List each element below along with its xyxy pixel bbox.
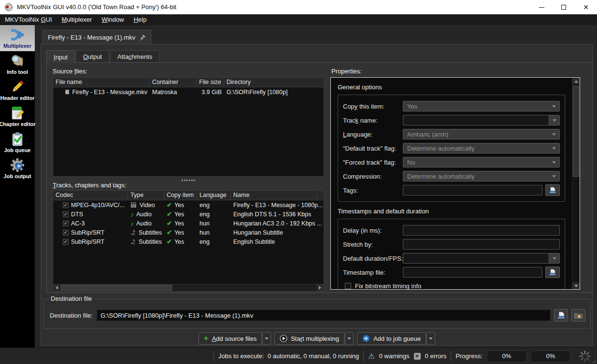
- chevron-down-icon: [552, 161, 556, 164]
- tab-attachments[interactable]: Attachments: [110, 50, 159, 63]
- pencil-icon: [10, 79, 25, 95]
- scroll-down-button[interactable]: [572, 282, 580, 289]
- column-codec[interactable]: Codec: [53, 191, 128, 200]
- tab-output[interactable]: Output: [76, 50, 109, 63]
- chevron-up-icon: [574, 80, 578, 83]
- checkbox-checked-icon[interactable]: ✓: [63, 221, 69, 226]
- menu-bar: MKVToolNix GUI Multiplexer Window Help: [0, 14, 597, 25]
- default-track-flag-select[interactable]: Determine automatically: [403, 143, 560, 154]
- destination-browse-button[interactable]: [554, 309, 568, 322]
- column-directory[interactable]: Directory: [224, 78, 324, 87]
- browse-file-icon: [549, 269, 556, 276]
- mkvtoolnix-window: MKVToolNix GUI v40.0.0 ('Old Town Road +…: [0, 0, 597, 364]
- source-files-label: Source files:: [53, 68, 87, 75]
- sidebar-item-multiplexer[interactable]: Multiplexer: [0, 25, 35, 51]
- add-to-job-queue-dropdown[interactable]: [426, 332, 435, 345]
- copy-this-item-select[interactable]: Yes: [403, 101, 560, 112]
- progress-bar-current: 0%: [487, 350, 526, 362]
- pushpin-icon[interactable]: [139, 34, 146, 41]
- menu-mkvtoolnix-gui[interactable]: MKVToolNix GUI: [0, 14, 57, 25]
- checkbox-checked-icon[interactable]: ✓: [63, 230, 69, 236]
- resize-grip[interactable]: [591, 358, 596, 363]
- properties-vertical-scrollbar[interactable]: [572, 78, 580, 289]
- default-duration-combo[interactable]: [403, 253, 560, 264]
- default-track-flag-label: "Default track" flag:: [343, 145, 403, 152]
- timestamp-file-input[interactable]: [403, 267, 542, 278]
- add-source-files-button[interactable]: + Add source files: [199, 332, 262, 345]
- destination-folder-button[interactable]: ★: [571, 309, 585, 322]
- tags-browse-button[interactable]: [545, 184, 560, 196]
- stretch-by-input[interactable]: [403, 239, 560, 250]
- menu-window[interactable]: Window: [97, 14, 128, 25]
- column-container[interactable]: Container: [150, 78, 197, 87]
- sidebar-item-info-tool[interactable]: Info tool: [0, 51, 35, 77]
- forced-track-flag-select[interactable]: No: [403, 157, 560, 168]
- column-file-size[interactable]: File size: [197, 78, 224, 87]
- start-multiplexing-dropdown[interactable]: [345, 332, 354, 345]
- destination-file-input[interactable]: [97, 309, 551, 321]
- timestamp-file-browse-button[interactable]: [545, 266, 560, 278]
- track-row-video[interactable]: ✓MPEG-4p10/AVC/... 24 Video ✔Yes eng Fir…: [53, 200, 324, 210]
- add-to-job-queue-button[interactable]: Add to job queue: [357, 332, 426, 345]
- minimize-button[interactable]: [530, 0, 553, 14]
- language-select[interactable]: Amharic (amh): [403, 129, 560, 140]
- chevron-down-icon: [552, 175, 556, 178]
- source-files-table[interactable]: File name Container File size Directory …: [53, 77, 324, 177]
- chevron-down-icon: [347, 337, 351, 340]
- browse-file-icon: [549, 187, 556, 194]
- timestamp-file-label: Timestamp file:: [343, 269, 403, 276]
- tab-input[interactable]: Input: [46, 50, 75, 63]
- source-file-row[interactable]: Firefly - E13 - Message.mkv Matroska 3.9…: [53, 87, 324, 97]
- checkbox-checked-icon[interactable]: ✓: [63, 239, 69, 245]
- checkbox-checked-icon[interactable]: ✓: [63, 202, 69, 208]
- scroll-right-button[interactable]: [316, 284, 324, 291]
- track-row-subtitle-hun[interactable]: ✓SubRip/SRT B AC Subtitles ✔Yes hun Hung…: [53, 228, 324, 237]
- track-row-audio-ac3[interactable]: ✓AC-3 ♪Audio ✔Yes hun Hungarian AC3 2.0 …: [53, 219, 324, 228]
- track-row-subtitle-eng[interactable]: ✓SubRip/SRT B AC Subtitles ✔Yes eng Engl…: [53, 237, 324, 246]
- gear-play-icon: [10, 157, 25, 173]
- compression-select[interactable]: Determine automatically: [403, 171, 560, 182]
- menu-multiplexer[interactable]: Multiplexer: [57, 14, 97, 25]
- column-copy-item[interactable]: Copy item: [164, 191, 197, 200]
- close-button[interactable]: ✕: [575, 0, 597, 14]
- maximize-button[interactable]: [553, 0, 575, 14]
- tracks-table[interactable]: Codec Type Copy item Language Name ✓MPEG…: [53, 190, 324, 292]
- sidebar-item-header-editor[interactable]: Header editor: [0, 77, 35, 103]
- fix-bitstream-row[interactable]: Fix bitstream timing info: [345, 281, 560, 290]
- combo-dropdown-button[interactable]: [549, 253, 559, 263]
- music-note-icon: ♪: [130, 211, 134, 218]
- stretch-by-label: Stretch by:: [343, 241, 403, 248]
- scrollbar-thumb[interactable]: [61, 285, 172, 291]
- combo-dropdown-button[interactable]: [549, 115, 559, 125]
- tracks-horizontal-scrollbar[interactable]: [53, 284, 324, 291]
- add-source-files-dropdown[interactable]: [262, 332, 271, 345]
- delay-label: Delay (in ms):: [343, 227, 403, 234]
- column-type[interactable]: Type: [128, 191, 164, 200]
- delay-input[interactable]: [403, 225, 560, 236]
- checkbox-checked-icon[interactable]: ✓: [63, 211, 69, 217]
- track-name-combo[interactable]: [403, 115, 560, 126]
- column-language[interactable]: Language: [197, 191, 231, 200]
- sidebar-item-job-output[interactable]: Job output: [0, 155, 35, 182]
- menu-help[interactable]: Help: [129, 14, 152, 25]
- start-multiplexing-button[interactable]: Start multiplexing: [274, 332, 344, 345]
- tracks-header[interactable]: Codec Type Copy item Language Name: [53, 191, 324, 200]
- fix-bitstream-checkbox[interactable]: [345, 283, 351, 289]
- general-options-title: General options: [338, 84, 565, 91]
- track-row-audio-dts[interactable]: ✓DTS ♪Audio ✔Yes eng English DTS 5.1 - 1…: [53, 210, 324, 219]
- scroll-left-button[interactable]: [53, 284, 60, 291]
- separator: [451, 350, 451, 362]
- close-icon: ✕: [583, 3, 589, 11]
- input-tab-pane: Source files: File name Container File s…: [46, 62, 593, 293]
- column-file-name[interactable]: File name: [53, 78, 150, 87]
- sidebar-item-job-queue[interactable]: Job queue: [0, 129, 35, 155]
- destination-group-label: Destination file: [49, 295, 94, 302]
- tags-input[interactable]: [403, 185, 542, 196]
- file-tab[interactable]: Firefly - E13 - Message (1).mkv: [43, 30, 151, 44]
- sidebar-item-chapter-editor[interactable]: Chapter editor: [0, 103, 35, 129]
- column-name[interactable]: Name: [231, 191, 317, 200]
- scroll-up-button[interactable]: [572, 78, 580, 84]
- scrollbar-thumb[interactable]: [573, 86, 579, 177]
- source-files-header[interactable]: File name Container File size Directory: [53, 78, 324, 87]
- column-stub: [317, 191, 324, 200]
